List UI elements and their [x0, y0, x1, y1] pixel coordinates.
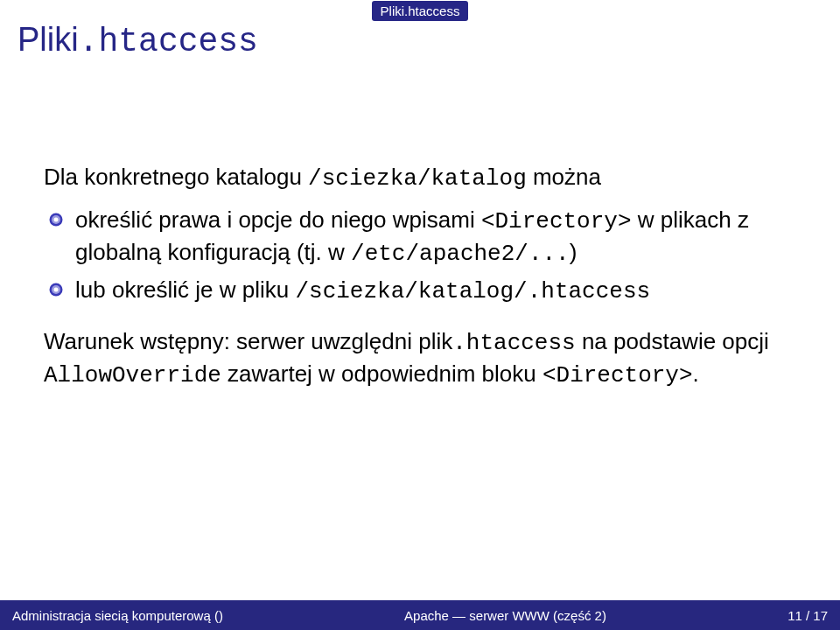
svg-point-5 — [54, 288, 59, 292]
svg-point-2 — [54, 218, 59, 222]
b1-mono1: /sciezka/katalog/.htaccess — [295, 278, 650, 304]
bullet-icon — [49, 283, 63, 297]
footer-author[interactable]: Administracja siecią komputerową () — [12, 608, 223, 623]
title-mono: .htaccess — [79, 23, 258, 60]
intro-post: można — [527, 164, 601, 190]
intro-paragraph: Dla konkretnego katalogu /sciezka/katalo… — [44, 162, 792, 194]
p2-pre: Warunek wstępny: serwer uwzględni plik — [44, 328, 452, 354]
b0-mono2: /etc/apache2/... — [351, 241, 570, 267]
p2-mid: na podstawie opcji — [576, 328, 769, 354]
slide-body: Dla konkretnego katalogu /sciezka/katalo… — [44, 162, 792, 392]
slide-title: Pliki.htaccess — [18, 21, 258, 60]
b0-mono1: <Directory> — [481, 208, 632, 234]
b0-pre: określić prawa i opcje do niego wpisami — [75, 206, 481, 233]
section-name[interactable]: Pliki.htaccess — [372, 1, 469, 21]
bullet-icon — [49, 213, 63, 227]
b0-post: ) — [570, 239, 578, 265]
footer: Administracja siecią komputerową () Apac… — [0, 600, 840, 630]
p2-post: . — [693, 360, 699, 387]
title-text: Pliki — [18, 21, 79, 58]
condition-paragraph: Warunek wstępny: serwer uwzględni plik.h… — [44, 326, 792, 391]
intro-pre: Dla konkretnego katalogu — [44, 164, 308, 190]
section-header: Pliki.htaccess — [0, 0, 840, 21]
b1-pre: lub określić je w pliku — [75, 276, 295, 303]
footer-page[interactable]: 11 / 17 — [788, 608, 828, 623]
p2-mono3: <Directory> — [542, 362, 693, 388]
p2-mono1: .htaccess — [452, 330, 575, 356]
intro-path: /sciezka/katalog — [308, 165, 527, 192]
footer-title[interactable]: Apache — serwer WWW (część 2) — [223, 608, 788, 623]
bullet-item: określić prawa i opcje do niego wpisami … — [44, 205, 792, 270]
p2-mid2: zawartej w odpowiednim bloku — [221, 360, 542, 387]
bullet-list: określić prawa i opcje do niego wpisami … — [44, 205, 792, 307]
bullet-item: lub określić je w pliku /sciezka/katalog… — [44, 275, 792, 307]
p2-mono2: AllowOverride — [44, 362, 221, 388]
